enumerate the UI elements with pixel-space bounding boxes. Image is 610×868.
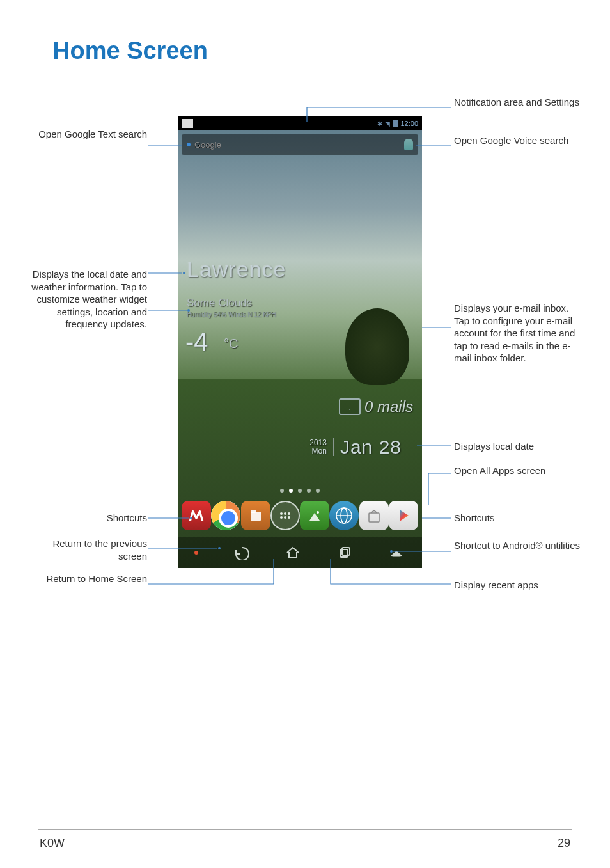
diagram: ✱ ◥ 12:00 Google Lawrence Some Clouds Hu…: [0, 96, 610, 608]
weather-unit: °C: [224, 336, 238, 351]
nav-dot: [194, 551, 198, 555]
callout-shortcuts-left: Shortcuts: [26, 512, 147, 525]
home-button[interactable]: [284, 544, 302, 562]
date-weekday: Mon: [309, 447, 327, 455]
svg-marker-8: [400, 510, 409, 521]
page-title: Home Screen: [52, 37, 208, 65]
bluetooth-icon: ✱: [377, 120, 382, 127]
email-count: 0 mails: [364, 398, 413, 416]
google-logo: Google: [194, 140, 221, 150]
svg-rect-9: [340, 549, 348, 557]
page-indicator[interactable]: [178, 489, 422, 493]
date-main: Jan 28: [340, 436, 402, 458]
callout-home: Return to Home Screen: [26, 572, 147, 585]
email-widget[interactable]: 0 mails: [339, 398, 413, 416]
google-dot-icon: [187, 143, 191, 146]
callout-shortcuts-right: Shortcuts: [454, 512, 582, 525]
app-icon-m[interactable]: [182, 501, 211, 530]
callout-utilities: Shortcut to Android® untilities: [454, 539, 582, 552]
callout-date: Displays local date: [454, 440, 582, 453]
weather-city[interactable]: Lawrence: [187, 257, 286, 282]
callout-all-apps: Open All Apps screen: [454, 464, 582, 477]
dock: [182, 496, 418, 535]
shopping-bag-icon[interactable]: [359, 501, 389, 530]
envelope-icon: [339, 398, 361, 415]
footer-divider: [38, 829, 572, 830]
browser-icon[interactable]: [329, 501, 359, 530]
callout-back: Return to the previous screen: [26, 537, 147, 562]
date-widget[interactable]: 2013 Mon Jan 28: [309, 436, 402, 458]
play-store-icon[interactable]: [389, 501, 418, 530]
wallpaper-tree: [345, 308, 409, 385]
gallery-icon[interactable]: [300, 501, 329, 530]
callout-notif: Notification area and Settings: [454, 96, 582, 109]
footer-page-number: 29: [558, 837, 570, 850]
navbar: [178, 537, 422, 568]
wifi-icon: ◥: [385, 120, 390, 127]
back-button[interactable]: [232, 544, 250, 562]
svg-rect-10: [342, 548, 350, 555]
microphone-icon[interactable]: [404, 139, 413, 150]
all-apps-button[interactable]: [270, 501, 300, 530]
callout-recent: Display recent apps: [454, 579, 582, 592]
sdcard-icon: [182, 119, 193, 128]
callout-weather: Displays the local date and weather info…: [26, 268, 147, 331]
chrome-icon[interactable]: [211, 501, 240, 530]
svg-marker-2: [309, 513, 320, 521]
footer-model: K0W: [40, 837, 65, 850]
google-search-bar[interactable]: Google: [182, 134, 418, 155]
weather-condition: Some Clouds: [187, 297, 252, 310]
separator: [333, 438, 334, 456]
callout-voice-search: Open Google Voice search: [454, 134, 582, 147]
weather-details: Humidity 54% Winds N 12 KPH: [187, 311, 276, 318]
status-time: 12:00: [400, 120, 418, 127]
callout-text-search: Open Google Text search: [26, 128, 147, 141]
phone-screenshot: ✱ ◥ 12:00 Google Lawrence Some Clouds Hu…: [176, 115, 423, 569]
svg-rect-1: [251, 510, 256, 513]
svg-point-3: [317, 511, 319, 514]
status-bar[interactable]: ✱ ◥ 12:00: [178, 116, 422, 130]
recent-apps-button[interactable]: [336, 544, 354, 562]
utilities-button[interactable]: [387, 544, 405, 562]
weather-temperature: -4: [185, 327, 208, 356]
file-manager-icon[interactable]: [241, 501, 270, 530]
battery-icon: [393, 120, 398, 127]
callout-email: Displays your e-mail inbox. Tap to confi…: [454, 302, 575, 365]
svg-rect-0: [251, 512, 261, 521]
svg-rect-7: [369, 513, 379, 522]
